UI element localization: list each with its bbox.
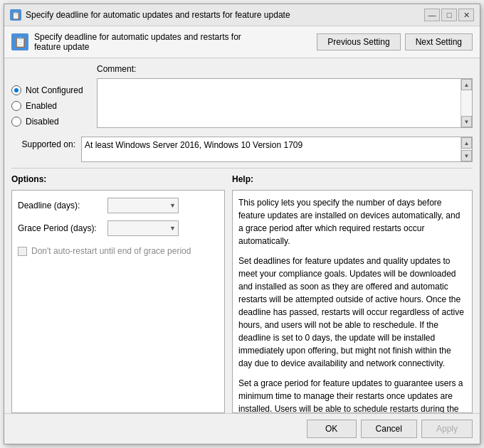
window-title: Specify deadline for automatic updates a… — [26, 10, 420, 20]
radio-disabled-label: Disabled — [26, 117, 59, 127]
help-box: This policy lets you specify the number … — [232, 190, 473, 413]
options-title: Options: — [11, 171, 225, 187]
options-panel: Options: Deadline (days): ▼ Grace Period… — [11, 171, 225, 413]
help-panel: Help: This policy lets you specify the n… — [232, 171, 473, 413]
header-icon: 📋 — [11, 33, 28, 50]
apply-button[interactable]: Apply — [421, 420, 473, 438]
cancel-button[interactable]: Cancel — [361, 420, 417, 438]
deadline-row: Deadline (days): ▼ — [18, 198, 219, 213]
next-setting-button[interactable]: Next Setting — [405, 33, 473, 50]
bottom-section: Options: Deadline (days): ▼ Grace Period… — [4, 171, 480, 413]
help-text-content: This policy lets you specify the number … — [233, 191, 472, 412]
options-box: Deadline (days): ▼ Grace Period (days): … — [11, 190, 225, 413]
deadline-label: Deadline (days): — [18, 201, 103, 210]
deadline-dropdown[interactable]: ▼ — [107, 198, 179, 213]
supported-section: Supported on: At least Windows Server 20… — [4, 134, 480, 165]
grace-period-label: Grace Period (days): — [18, 223, 103, 233]
title-bar: 📋 Specify deadline for automatic updates… — [4, 4, 480, 26]
help-para-1: This policy lets you specify the number … — [238, 196, 466, 247]
supported-scroll-up[interactable]: ▲ — [461, 137, 472, 149]
radio-not-configured[interactable]: Not Configured — [11, 85, 97, 95]
autorestart-checkbox-row: Don't auto-restart until end of grace pe… — [18, 246, 219, 256]
supported-label: Supported on: — [11, 137, 75, 149]
comment-scrollbar: ▲ ▼ — [461, 79, 472, 127]
header-left: 📋 Specify deadline for automatic updates… — [11, 32, 262, 52]
supported-value: At least Windows Server 2016, Windows 10… — [82, 137, 461, 161]
comment-scroll-down[interactable]: ▼ — [461, 116, 472, 127]
main-window: 📋 Specify deadline for automatic updates… — [4, 4, 480, 444]
close-button[interactable]: ✕ — [458, 9, 474, 21]
main-content: Not Configured Enabled Disabled Comment:… — [4, 58, 480, 413]
supported-scroll-down[interactable]: ▼ — [461, 150, 472, 161]
comment-scroll-track — [461, 90, 472, 116]
radio-enabled-circle — [11, 101, 21, 111]
header-bar: 📋 Specify deadline for automatic updates… — [4, 26, 480, 58]
autorestart-checkbox[interactable] — [18, 247, 27, 256]
grace-period-row: Grace Period (days): ▼ — [18, 220, 219, 236]
deadline-dropdown-arrow: ▼ — [169, 202, 176, 209]
radio-not-configured-label: Not Configured — [26, 85, 83, 95]
header-title: Specify deadline for automatic updates a… — [34, 32, 262, 52]
grace-period-dropdown[interactable]: ▼ — [107, 220, 179, 236]
window-icon: 📋 — [10, 9, 21, 21]
previous-setting-button[interactable]: Previous Setting — [317, 33, 400, 50]
supported-box: At least Windows Server 2016, Windows 10… — [81, 137, 473, 162]
divider — [11, 168, 473, 169]
comment-box: ▲ ▼ — [97, 78, 473, 128]
help-para-2: Set deadlines for feature updates and qu… — [238, 255, 466, 370]
help-title: Help: — [232, 171, 473, 187]
window-controls: — □ ✕ — [424, 9, 474, 21]
grace-period-dropdown-arrow: ▼ — [169, 225, 176, 232]
comment-section: Comment: ▲ ▼ — [97, 64, 473, 128]
help-para-3: Set a grace period for feature updates t… — [238, 377, 466, 412]
autorestart-label: Don't auto-restart until end of grace pe… — [31, 246, 191, 256]
radio-disabled[interactable]: Disabled — [11, 117, 97, 127]
minimize-button[interactable]: — — [424, 9, 440, 21]
supported-scrollbar: ▲ ▼ — [461, 137, 472, 161]
radio-not-configured-circle — [11, 85, 21, 95]
maximize-button[interactable]: □ — [441, 9, 457, 21]
comment-label: Comment: — [97, 64, 473, 74]
comment-scroll-up[interactable]: ▲ — [461, 79, 472, 90]
top-section: Not Configured Enabled Disabled Comment:… — [4, 58, 480, 134]
comment-textarea[interactable] — [98, 79, 461, 127]
radio-disabled-circle — [11, 117, 21, 127]
header-buttons: Previous Setting Next Setting — [317, 33, 473, 50]
footer: OK Cancel Apply — [4, 413, 480, 444]
radio-enabled-label: Enabled — [26, 101, 57, 111]
ok-button[interactable]: OK — [307, 420, 357, 438]
radio-group: Not Configured Enabled Disabled — [11, 64, 97, 128]
radio-enabled[interactable]: Enabled — [11, 101, 97, 111]
